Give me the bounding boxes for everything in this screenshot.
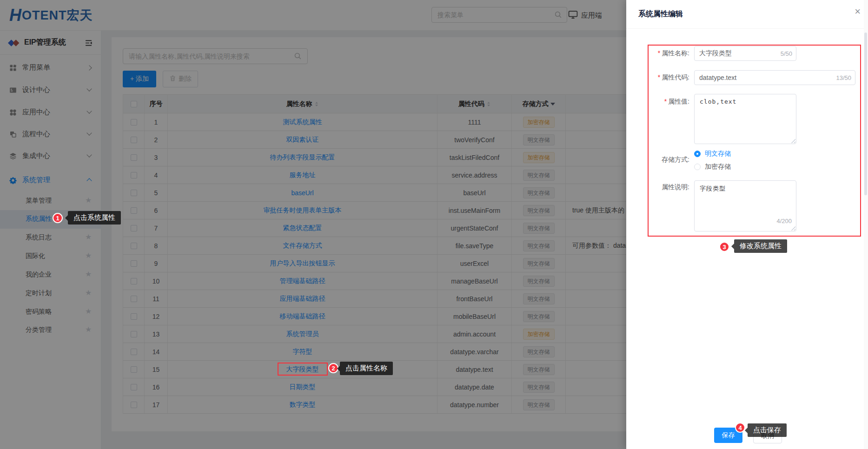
step-1-tooltip: 点击系统属性 — [68, 211, 121, 224]
code-input[interactable] — [699, 71, 829, 85]
scrollbar-thumb[interactable] — [864, 33, 867, 195]
field-label-storage: 存储方式: — [638, 156, 689, 164]
resize-grip-icon[interactable] — [790, 225, 795, 231]
field-label-value: *属性值: — [638, 98, 689, 106]
step-4-tooltip: 点击保存 — [748, 423, 787, 437]
code-counter: 13/50 — [836, 74, 851, 81]
description-textarea[interactable]: 字段类型 4/200 — [694, 180, 796, 231]
code-field[interactable]: 13/50 — [694, 70, 855, 85]
radio-plain-storage[interactable]: 明文存储 — [694, 150, 731, 158]
field-label-code: *属性代码: — [638, 73, 689, 82]
step-3-tooltip: 修改系统属性 — [734, 239, 787, 253]
resize-grip-icon[interactable] — [790, 138, 795, 143]
close-icon[interactable]: × — [855, 7, 861, 17]
edit-drawer: 系统属性编辑 × *属性名称: 5/50 *属性代码: 13/50 *属性值: … — [626, 0, 868, 449]
name-counter: 5/50 — [781, 50, 792, 57]
name-field[interactable]: 5/50 — [694, 46, 796, 61]
step-3-badge: 3 — [719, 242, 729, 252]
step-1-badge: 1 — [53, 213, 63, 223]
name-input[interactable] — [699, 46, 774, 60]
field-label-description: 属性说明: — [638, 183, 689, 191]
value-text: clob,text — [700, 98, 736, 105]
description-counter: 4/200 — [776, 218, 792, 224]
radio-selected-icon — [694, 151, 701, 157]
app-root: HOTENT宏天 应用端 EIP管理系统 常用菜单设计中心应用中心流程中心集成中 — [0, 0, 868, 449]
radio-encrypted-storage[interactable]: 加密存储 — [694, 163, 731, 171]
field-label-name: *属性名称: — [638, 49, 689, 58]
step-4-badge: 4 — [735, 423, 745, 433]
radio-unselected-icon — [694, 164, 701, 170]
step-2-tooltip: 点击属性名称 — [340, 362, 393, 375]
description-text: 字段类型 — [700, 185, 726, 193]
drawer-title: 系统属性编辑 — [638, 9, 683, 19]
drawer-scrollbar[interactable] — [864, 0, 868, 449]
value-textarea[interactable]: clob,text — [694, 94, 796, 144]
drawer-header: 系统属性编辑 × — [626, 0, 868, 29]
